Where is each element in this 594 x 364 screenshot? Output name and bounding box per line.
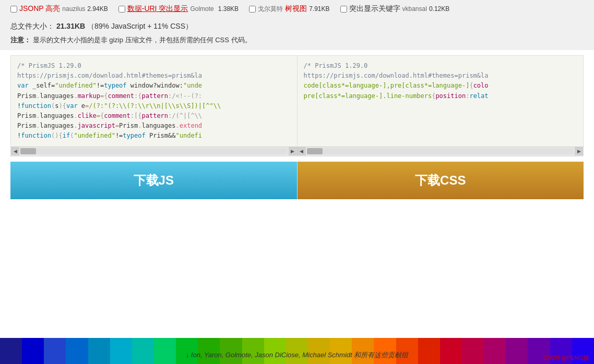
scroll-thumb-right[interactable] [307,148,323,154]
code-line: code[class*=language-],pre[class*=langua… [304,81,577,91]
scrollbar-area: ◀ ▶ ◀ ▶ [11,147,583,156]
jsonp-plugin-link[interactable]: JSONP 高亮 [19,4,60,14]
total-breakdown: （89% JavaScript + 11% CSS） [87,22,193,30]
keyword-author: vkbansal [402,5,427,13]
scrollbar-right: ◀ ▶ [298,147,584,156]
code-preview-container: /* PrismJS 1.29.0 https://prismjs.com/do… [10,55,584,156]
checkbox-jsonp[interactable] [10,6,17,13]
notice-label: 注意： [10,36,31,44]
scroll-right-arrow-left[interactable]: ▶ [289,147,297,155]
watermark: CSDN @PENG越 [543,354,589,362]
checkbox-item-jsonp: JSONP 高亮 nauzilus 2.94KB [10,4,108,14]
keyword-plugin-label: 突出显示关键字 [349,4,400,14]
checkbox-item-datauri: 数据-URI 突出显示 Golmote 1.38KB [118,4,239,14]
total-value: 21.31KB [56,22,85,30]
code-line: pre[class*=language-].line-numbers{posit… [304,91,577,101]
total-label: 总文件大小： [10,22,54,30]
code-panels: /* PrismJS 1.29.0 https://prismjs.com/do… [11,56,583,147]
scroll-left-arrow-right[interactable]: ◀ [298,147,306,155]
scrollbar-left: ◀ ▶ [11,147,298,156]
code-line: !function(s){var e=/(?:"(?:\\(?:\\r\\n|[… [17,101,291,111]
checkboxes-area: JSONP 高亮 nauzilus 2.94KB 数据-URI 突出显示 Gol… [0,0,594,17]
total-size-line: 总文件大小： 21.31KB （89% JavaScript + 11% CSS… [10,22,584,31]
bottom-credits: ↓ Ion, Yaron, Golmote, Jason DiCiose, Mi… [0,350,594,360]
jsonp-size: 2.94KB [87,5,108,13]
scroll-right-arrow-right[interactable]: ▶ [575,147,583,155]
jsonp-author: nauzilus [62,5,85,13]
notice-text: 注意： 显示的文件大小指的是非 gizip 压缩文件，并包括所需的任何 CSS … [10,35,584,45]
code-line: var _self="undefined"!=typeof window?win… [17,81,291,91]
page-wrapper: JSONP 高亮 nauzilus 2.94KB 数据-URI 突出显示 Gol… [0,0,594,364]
download-js-button[interactable]: 下载JS [10,162,298,199]
code-line: /* PrismJS 1.29.0 [17,61,291,71]
scroll-track-left[interactable] [20,148,288,154]
datauri-size: 1.38KB [218,5,239,13]
code-panel-right[interactable]: /* PrismJS 1.29.0 https://prismjs.com/do… [298,56,584,147]
datauri-author: Golmote [190,5,213,13]
scroll-left-arrow[interactable]: ◀ [11,147,19,155]
download-css-button[interactable]: 下载CSS [298,162,584,199]
code-line: Prism.languages.javascript=Prism.languag… [17,121,291,131]
code-line: https://prismjs.com/download.html#themes… [304,71,577,81]
keyword-size: 0.12KB [429,5,449,13]
treeview-author: 戈尔莫特 [258,5,283,14]
scroll-thumb-left[interactable] [20,148,36,154]
checkbox-treeview[interactable] [249,6,256,13]
treeview-size: 7.91KB [309,5,329,13]
datauri-plugin-link[interactable]: 数据-URI 突出显示 [127,4,188,14]
notice-content: 显示的文件大小指的是非 gizip 压缩文件，并包括所需的任何 CSS 代码。 [33,36,252,44]
code-line: Prism.languages.markup={comment:{pattern… [17,91,291,101]
stats-area: 总文件大小： 21.31KB （89% JavaScript + 11% CSS… [0,17,594,50]
checkbox-item-treeview: 戈尔莫特 树视图 7.91KB [249,4,329,14]
checkbox-keyword[interactable] [340,6,347,13]
checkbox-datauri[interactable] [118,6,125,13]
code-line: Prism.languages.clike={comment:[{pattern… [17,111,291,121]
download-buttons-container: 下载JS 下载CSS [10,162,584,199]
code-line: https://prismjs.com/download.html#themes… [17,71,291,81]
checkbox-item-keyword: 突出显示关键字 vkbansal 0.12KB [340,4,450,14]
code-line: /* PrismJS 1.29.0 [304,61,577,71]
treeview-plugin-link[interactable]: 树视图 [285,4,307,14]
code-panel-left[interactable]: /* PrismJS 1.29.0 https://prismjs.com/do… [11,56,298,147]
scroll-track-right[interactable] [307,148,574,154]
code-line: !function(){if("undefined"!=typeof Prism… [17,131,291,141]
